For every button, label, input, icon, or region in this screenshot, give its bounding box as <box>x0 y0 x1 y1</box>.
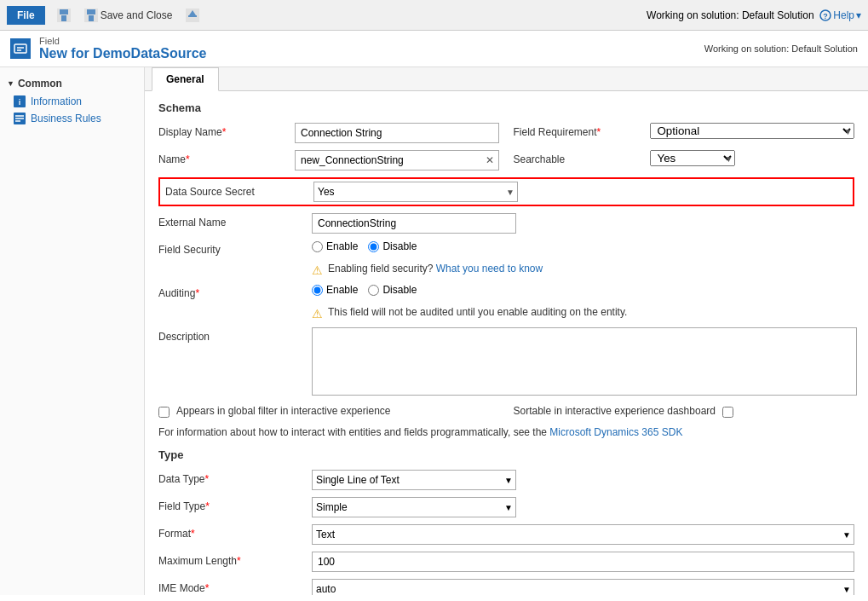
format-select[interactable]: Text Email URL Ticker Symbol Phone <box>312 524 854 545</box>
description-textarea[interactable] <box>312 327 857 396</box>
sortable-label: Sortable in interactive experience dashb… <box>514 405 716 417</box>
appears-global-filter-checkbox[interactable] <box>158 407 170 418</box>
field-security-enable-radio[interactable] <box>312 241 323 252</box>
data-source-secret-label: Data Source Secret <box>165 186 313 198</box>
auditing-enable-radio[interactable] <box>312 285 323 296</box>
field-requirement-select[interactable]: Optional Business Required Business Reco… <box>650 123 854 139</box>
page-header-text: Field New for DemoDataSource <box>39 36 207 61</box>
save-close-label: Save and Close <box>101 9 173 21</box>
name-col: Name* ✕ <box>158 150 500 170</box>
publish-button[interactable] <box>181 7 204 24</box>
data-type-label: Data Type* <box>158 470 312 485</box>
content-area: General Schema Display Name* Field Requi… <box>145 67 868 595</box>
page-title: New for DemoDataSource <box>39 46 207 61</box>
name-label: Name* <box>158 150 295 165</box>
auditing-required: * <box>195 287 199 299</box>
name-clear-button[interactable]: ✕ <box>482 154 497 166</box>
description-label: Description <box>158 327 312 343</box>
display-name-input[interactable] <box>295 123 499 143</box>
data-type-required: * <box>204 473 209 485</box>
ime-mode-label: IME Mode* <box>158 579 312 594</box>
help-icon: ? <box>819 9 831 21</box>
field-requirement-label: Field Requirement* <box>514 123 650 138</box>
sidebar-label-information: Information <box>31 95 82 107</box>
auditing-warning-text: This field will not be audited until you… <box>328 306 627 318</box>
external-name-label: External Name <box>158 213 312 228</box>
help-label: Help <box>833 9 854 21</box>
description-row: Description <box>158 327 854 398</box>
searchable-label: Searchable <box>514 150 650 165</box>
auditing-warning-icon: ⚠ <box>312 307 323 321</box>
type-section: Type Data Type* Single Line of Text ▼ <box>158 448 854 595</box>
field-security-control: Enable Disable <box>312 240 854 252</box>
field-security-disable-radio[interactable] <box>368 241 379 252</box>
sidebar-section-common: Common <box>0 74 144 93</box>
svg-rect-1 <box>60 9 68 14</box>
field-security-radio-group: Enable Disable <box>312 240 854 252</box>
field-req-required: * <box>597 126 601 138</box>
max-length-input[interactable] <box>312 552 854 572</box>
field-security-warning-row: ⚠ Enabling field security? What you need… <box>312 263 854 277</box>
svg-rect-4 <box>87 9 95 14</box>
external-name-input[interactable] <box>312 213 516 234</box>
data-source-secret-row: Data Source Secret Yes No ▼ <box>158 177 854 206</box>
business-rules-icon <box>14 113 26 124</box>
field-security-row: Field Security Enable Disable <box>158 240 854 256</box>
sidebar-label-business-rules: Business Rules <box>31 113 101 124</box>
sidebar-item-business-rules[interactable]: Business Rules <box>0 110 144 127</box>
data-type-select[interactable]: Single Line of Text <box>312 470 516 490</box>
information-icon: i <box>14 95 26 107</box>
svg-text:?: ? <box>824 12 829 20</box>
field-security-enable-text: Enable <box>326 240 358 252</box>
field-requirement-wrapper: Optional Business Required Business Reco… <box>650 123 854 139</box>
field-security-enable-label[interactable]: Enable <box>312 240 358 252</box>
sidebar-item-information[interactable]: i Information <box>0 93 144 110</box>
svg-rect-7 <box>188 15 197 17</box>
svg-text:i: i <box>19 98 21 107</box>
auditing-disable-label[interactable]: Disable <box>368 284 417 296</box>
auditing-radio-group: Enable Disable <box>312 284 854 296</box>
display-name-label: Display Name* <box>158 123 295 138</box>
sdk-link[interactable]: Microsoft Dynamics 365 SDK <box>549 426 682 438</box>
warning-icon: ⚠ <box>312 263 323 277</box>
name-input[interactable] <box>295 150 499 170</box>
svg-rect-2 <box>61 15 66 21</box>
working-on-text: Working on solution: Default Solution <box>704 43 858 54</box>
filter-sortable-row: Appears in global filter in interactive … <box>158 405 854 418</box>
external-name-control <box>312 213 854 234</box>
info-text-content: For information about how to interact wi… <box>158 426 547 438</box>
save-icon <box>57 9 71 22</box>
display-name-col: Display Name* <box>158 123 500 143</box>
svg-rect-11 <box>14 44 26 53</box>
sortable-checkbox[interactable] <box>722 407 733 418</box>
auditing-row: Auditing* Enable Disable <box>158 284 854 299</box>
auditing-disable-text: Disable <box>382 284 417 296</box>
ime-mode-select[interactable]: auto active inactive disabled <box>312 579 854 595</box>
data-source-secret-select[interactable]: Yes No <box>313 182 518 202</box>
data-type-row: Data Type* Single Line of Text ▼ <box>158 470 854 490</box>
name-row: Name* ✕ Searchable Yes No ▼ <box>158 150 854 170</box>
tab-bar: General <box>145 67 868 91</box>
help-button[interactable]: ? Help ▾ <box>819 9 861 21</box>
data-source-secret-select-wrapper: Yes No ▼ <box>313 182 518 202</box>
max-length-control <box>312 552 854 572</box>
searchable-select[interactable]: Yes No <box>650 150 735 166</box>
tab-general[interactable]: General <box>152 67 219 91</box>
field-icon <box>10 38 31 59</box>
save-icon-button[interactable] <box>52 7 76 24</box>
auditing-disable-radio[interactable] <box>368 285 379 296</box>
file-button[interactable]: File <box>7 6 45 25</box>
save-close-button[interactable]: Save and Close <box>79 7 178 24</box>
max-length-row: Maximum Length* <box>158 552 854 572</box>
auditing-enable-label[interactable]: Enable <box>312 284 358 296</box>
main-layout: Common i Information Business Rules Gene… <box>0 67 868 595</box>
info-text-row: For information about how to interact wi… <box>158 426 854 438</box>
field-type-select[interactable]: Simple Calculated Rollup <box>312 497 516 517</box>
description-control <box>312 327 857 398</box>
format-label: Format* <box>158 524 312 540</box>
field-security-disable-label[interactable]: Disable <box>368 240 417 252</box>
ime-required: * <box>205 582 210 594</box>
auditing-enable-text: Enable <box>326 284 358 296</box>
save-close-icon <box>84 9 98 22</box>
field-security-link[interactable]: What you need to know <box>436 263 543 274</box>
